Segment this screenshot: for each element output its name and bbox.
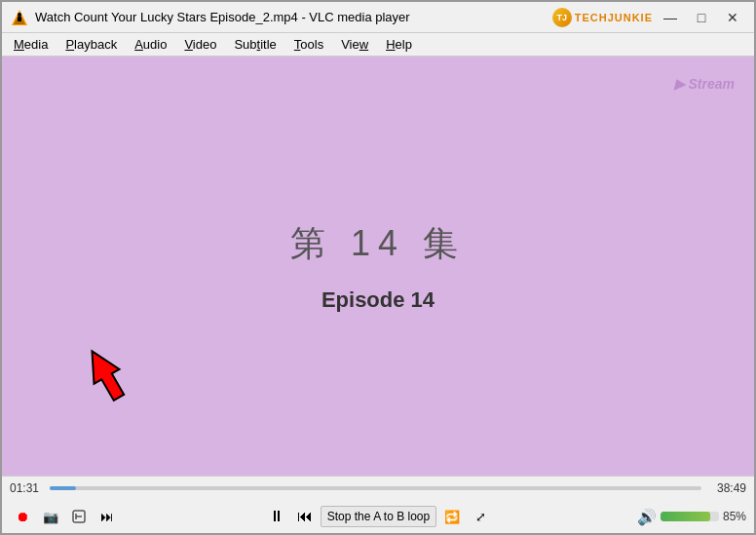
speaker-icon: 🔊 — [637, 508, 657, 526]
total-time: 38:49 — [707, 481, 746, 495]
current-time: 01:31 — [10, 481, 44, 495]
svg-rect-2 — [18, 17, 21, 21]
close-button[interactable]: ✕ — [719, 7, 746, 28]
pause-button[interactable]: ⏸ — [264, 506, 289, 527]
controls-area: 01:31 38:49 ⏺ 📷 ⏭ ⏸ — [2, 476, 754, 533]
menu-media[interactable]: Media — [6, 35, 56, 54]
loop-label-button[interactable]: Stop the A to B loop — [321, 506, 436, 527]
techjunkie-badge: TJ TECHJUNKIE — [552, 8, 653, 27]
shuffle-button[interactable]: ⤢ — [468, 506, 493, 527]
bottom-controls: ⏺ 📷 ⏭ ⏸ ⏮ Stop the A to B loop 🔁 — [2, 500, 754, 533]
video-area: 第 14 集 Episode 14 ▶ Stream — [2, 57, 754, 476]
tj-icon: TJ — [552, 8, 572, 27]
snapshot-button[interactable]: 📷 — [38, 506, 63, 527]
title-controls: TJ TECHJUNKIE — □ ✕ — [552, 7, 746, 28]
seek-bar-row: 01:31 38:49 — [2, 477, 754, 500]
maximize-button[interactable]: □ — [688, 7, 715, 28]
episode-chinese: 第 14 集 — [290, 220, 466, 268]
menu-playback[interactable]: Playback — [57, 35, 125, 54]
left-controls: ⏺ 📷 ⏭ — [10, 506, 120, 527]
next-frame-button[interactable]: ⏭ — [94, 506, 120, 527]
menu-bar: Media Playback Audio Video Subtitle Tool… — [2, 33, 754, 57]
volume-fill — [661, 512, 710, 521]
tj-text: TECHJUNKIE — [575, 12, 653, 23]
watermark: ▶ Stream — [674, 76, 735, 92]
loop-ab-button[interactable] — [66, 506, 92, 527]
arrow-indicator — [75, 338, 133, 409]
volume-percent: 85% — [723, 510, 746, 523]
arrow-svg — [75, 338, 133, 406]
play-pause-row: ⏸ ⏮ Stop the A to B loop 🔁 ⤢ — [264, 506, 493, 527]
minimize-button[interactable]: — — [657, 7, 684, 28]
menu-view[interactable]: View — [333, 35, 376, 54]
episode-english: Episode 14 — [290, 287, 466, 313]
vlc-icon — [10, 8, 29, 27]
repeat-button[interactable]: 🔁 — [439, 506, 465, 527]
svg-marker-4 — [80, 344, 132, 405]
svg-point-3 — [18, 13, 21, 17]
volume-bar[interactable] — [661, 512, 719, 521]
title-bar: Watch Count Your Lucky Stars Episode_2.m… — [2, 2, 754, 33]
menu-subtitle[interactable]: Subtitle — [226, 35, 284, 54]
seek-bar[interactable] — [50, 486, 701, 490]
menu-video[interactable]: Video — [176, 35, 224, 54]
menu-help[interactable]: Help — [378, 35, 420, 54]
vlc-window: Watch Count Your Lucky Stars Episode_2.m… — [0, 0, 756, 535]
right-controls: 🔊 85% — [637, 508, 746, 526]
window-title: Watch Count Your Lucky Stars Episode_2.m… — [35, 10, 410, 24]
title-left: Watch Count Your Lucky Stars Episode_2.m… — [10, 8, 410, 27]
record-button[interactable]: ⏺ — [10, 506, 35, 527]
video-content: 第 14 集 Episode 14 — [290, 220, 466, 313]
seek-fill — [50, 486, 76, 490]
menu-tools[interactable]: Tools — [286, 35, 331, 54]
menu-audio[interactable]: Audio — [127, 35, 174, 54]
prev-button[interactable]: ⏮ — [292, 506, 318, 527]
